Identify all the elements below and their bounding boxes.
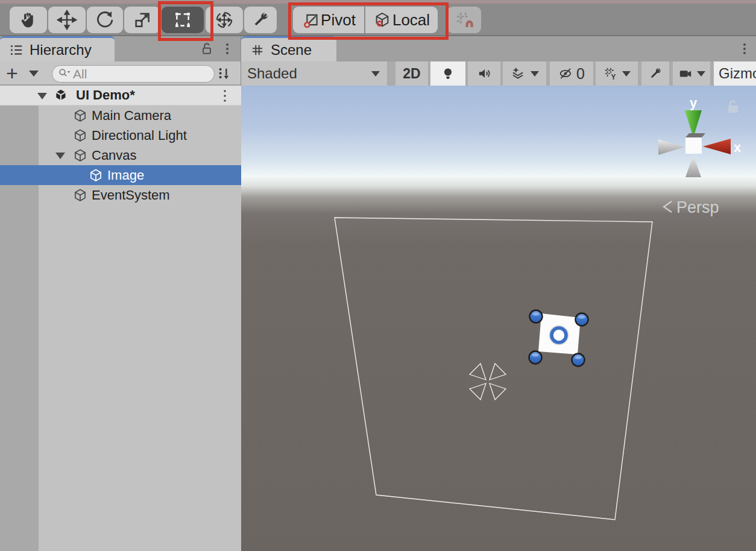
- axis-x-label: x: [734, 140, 742, 155]
- item-label: EventSystem: [92, 187, 170, 203]
- unity-editor-window: Pivot Local: [0, 0, 756, 551]
- tab-hierarchy[interactable]: Hierarchy: [0, 36, 115, 61]
- unity-logo-icon: [53, 88, 69, 104]
- hierarchy-search[interactable]: [52, 65, 215, 83]
- item-label: Image: [107, 168, 144, 183]
- hierarchy-item-canvas[interactable]: Canvas: [0, 145, 241, 165]
- scene-grid-dropdown[interactable]: Y: [596, 61, 638, 86]
- hand-icon: [18, 10, 39, 30]
- handle-bottom-right[interactable]: [572, 354, 585, 367]
- expand-triangle-icon[interactable]: [37, 93, 47, 99]
- chevron-down-icon: [697, 71, 705, 77]
- scene-viewport[interactable]: y x Persp: [241, 86, 756, 551]
- custom-tools-button[interactable]: [244, 7, 277, 33]
- gizmos-label: Gizmos: [719, 65, 756, 82]
- gizmo-cube[interactable]: [685, 137, 702, 154]
- hierarchy-tree: UI Demo* Main Camera Directional Light: [0, 86, 241, 551]
- local-toggle-button[interactable]: Local: [365, 7, 438, 33]
- hierarchy-tab-label: Hierarchy: [30, 42, 92, 58]
- sort-button[interactable]: [212, 65, 235, 82]
- gameobject-cube-icon: [72, 128, 88, 143]
- handle-top-right[interactable]: [576, 313, 588, 326]
- sky-ground-background: [241, 86, 756, 551]
- panel-divider[interactable]: [241, 36, 241, 86]
- grid-axis-icon: Y: [603, 66, 619, 81]
- item-label: Main Camera: [92, 108, 171, 124]
- gameobject-cube-icon: [88, 168, 104, 183]
- audio-icon: [476, 66, 492, 81]
- grid-snap-icon: [454, 10, 474, 30]
- hierarchy-item-image-selected[interactable]: Image: [0, 165, 241, 185]
- hierarchy-item-main-camera[interactable]: Main Camera: [0, 105, 241, 125]
- projection-label: Persp: [676, 198, 719, 216]
- search-input[interactable]: [72, 66, 183, 82]
- scene-grid-icon: [250, 42, 265, 58]
- create-dropdown-caret[interactable]: [29, 71, 39, 77]
- local-label: Local: [392, 11, 430, 30]
- scene-tools-button[interactable]: [641, 61, 669, 86]
- hierarchy-item-directional-light[interactable]: Directional Light: [0, 125, 241, 145]
- hierarchy-menu-kebab-icon[interactable]: [219, 41, 235, 57]
- tab-scene[interactable]: Scene: [241, 36, 336, 61]
- transform-icon: [214, 10, 235, 30]
- move-tool-button[interactable]: [48, 7, 86, 33]
- sort-icon: [216, 66, 232, 81]
- scene-visibility-button[interactable]: 0: [550, 61, 593, 86]
- chevron-down-icon: [371, 71, 380, 77]
- pivot-label: Pivot: [321, 11, 356, 30]
- scene-header-row[interactable]: UI Demo*: [0, 86, 241, 105]
- list-icon: [8, 42, 24, 58]
- item-label: Canvas: [92, 148, 137, 163]
- rotate-tool-button[interactable]: [87, 7, 123, 33]
- scene-tabbar: Scene: [241, 36, 756, 61]
- scene-effects-dropdown[interactable]: [503, 61, 546, 86]
- scene-menu-kebab-icon[interactable]: [737, 41, 752, 57]
- unlock-icon[interactable]: [199, 41, 215, 57]
- rotate-icon: [95, 10, 115, 30]
- create-object-button[interactable]: +: [6, 61, 18, 84]
- axis-y-label: y: [690, 95, 698, 110]
- scene-tab-label: Scene: [271, 42, 312, 58]
- draw-mode-dropdown[interactable]: Shaded: [241, 61, 387, 86]
- scene-panel: Scene Shaded 2D: [241, 36, 756, 551]
- selected-image-object[interactable]: [538, 313, 581, 354]
- scene-camera-dropdown[interactable]: [673, 61, 710, 86]
- handle-bottom-left[interactable]: [529, 351, 542, 364]
- main-toolbar: Pivot Local: [0, 4, 756, 36]
- transform-tool-button[interactable]: [206, 7, 243, 33]
- rect-tool-icon: [172, 10, 193, 30]
- hierarchy-panel: Hierarchy +: [0, 36, 241, 551]
- toggle-2d-button[interactable]: 2D: [395, 61, 428, 86]
- pivot-ring[interactable]: [552, 328, 566, 342]
- hidden-count: 0: [576, 65, 585, 83]
- hierarchy-item-eventsystem[interactable]: EventSystem: [0, 185, 241, 205]
- scale-tool-button[interactable]: [124, 7, 160, 33]
- search-icon: [57, 67, 72, 81]
- chevron-down-icon: [531, 71, 539, 77]
- hand-tool-button[interactable]: [10, 7, 47, 33]
- grid-snap-button[interactable]: [447, 7, 481, 33]
- gameobject-cube-icon: [72, 187, 88, 203]
- gizmos-button[interactable]: Gizmos: [714, 61, 756, 86]
- pivot-toggle-button[interactable]: Pivot: [293, 7, 364, 33]
- expand-triangle-icon[interactable]: [55, 153, 65, 159]
- local-icon: [373, 11, 391, 29]
- lightbulb-icon: [440, 66, 456, 81]
- scene-options-kebab-icon[interactable]: [221, 88, 229, 104]
- item-label: Directional Light: [92, 128, 187, 143]
- effects-icon: [510, 66, 526, 81]
- chevron-down-icon: [622, 71, 631, 77]
- scene-view-toolbar: Shaded 2D: [241, 61, 756, 86]
- rect-tool-button[interactable]: [162, 7, 204, 33]
- pivot-icon: [301, 11, 320, 29]
- tools-icon: [647, 66, 663, 81]
- handle-top-left[interactable]: [530, 310, 543, 323]
- gameobject-cube-icon: [72, 108, 88, 124]
- scene-audio-button[interactable]: [468, 61, 500, 86]
- wrench-pencil-icon: [250, 10, 271, 30]
- scene-name-label: UI Demo*: [76, 87, 135, 103]
- scene-lighting-button[interactable]: [430, 61, 465, 86]
- hierarchy-tabbar: Hierarchy: [0, 36, 241, 61]
- scale-icon: [132, 10, 153, 30]
- camera-icon: [678, 66, 693, 81]
